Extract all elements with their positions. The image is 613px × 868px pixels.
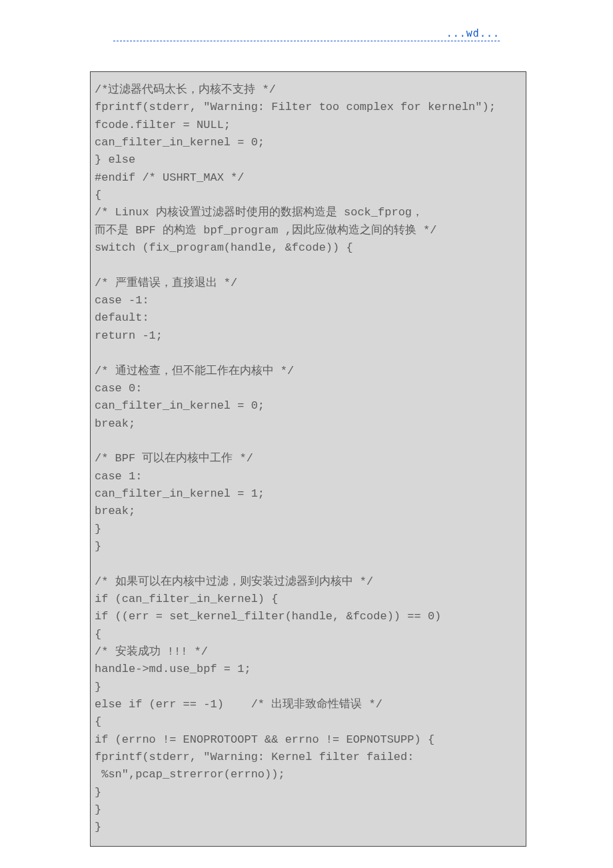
code-line xyxy=(95,257,522,274)
code-line: else if (err == -1) /* 出现非致命性错误 */ xyxy=(95,696,522,713)
code-line: %sn",pcap_strerror(errno)); xyxy=(95,766,522,783)
code-line: } xyxy=(95,784,522,801)
code-line: } else xyxy=(95,151,522,169)
code-line: break; xyxy=(95,503,522,520)
code-line: fcode.filter = NULL; xyxy=(95,117,522,134)
code-block: /*过滤器代码太长，内核不支持 */fprintf(stderr, "Warni… xyxy=(90,71,526,847)
code-line: 而不是 BPF 的构造 bpf_program ,因此应做构造之间的转换 */ xyxy=(95,222,522,239)
code-line: } xyxy=(95,679,522,696)
code-line: } xyxy=(95,538,522,555)
code-content: /*过滤器代码太长，内核不支持 */fprintf(stderr, "Warni… xyxy=(95,81,522,837)
code-line: case 1: xyxy=(95,468,522,485)
code-line: } xyxy=(95,819,522,836)
code-line: { xyxy=(95,713,522,731)
code-line: case -1: xyxy=(95,292,522,309)
code-line: /* 通过检查，但不能工作在内核中 */ xyxy=(95,363,522,380)
code-line: can_filter_in_kernel = 0; xyxy=(95,134,522,151)
code-line: handle->md.use_bpf = 1; xyxy=(95,661,522,678)
code-line: /* 安装成功 !!! */ xyxy=(95,643,522,661)
code-line: if (can_filter_in_kernel) { xyxy=(95,591,522,608)
header-link-text: ...wd... xyxy=(446,27,500,39)
code-line: default: xyxy=(95,309,522,327)
code-line: } xyxy=(95,801,522,819)
code-line: can_filter_in_kernel = 1; xyxy=(95,485,522,503)
code-line: /* 严重错误，直接退出 */ xyxy=(95,275,522,292)
code-line: fprintf(stderr, "Warning: Kernel filter … xyxy=(95,749,522,766)
code-line: } xyxy=(95,521,522,538)
code-line: case 0: xyxy=(95,380,522,397)
code-line: if ((err = set_kernel_filter(handle, &fc… xyxy=(95,608,522,625)
code-line: { xyxy=(95,187,522,204)
code-line: /*过滤器代码太长，内核不支持 */ xyxy=(95,81,522,99)
code-line: can_filter_in_kernel = 0; xyxy=(95,397,522,415)
code-line: { xyxy=(95,626,522,643)
code-line: #endif /* USHRT_MAX */ xyxy=(95,169,522,187)
code-line xyxy=(95,555,522,573)
code-line: switch (fix_program(handle, &fcode)) { xyxy=(95,239,522,257)
header-divider xyxy=(113,41,500,41)
code-line: if (errno != ENOPROTOOPT && errno != EOP… xyxy=(95,731,522,749)
page-header: ...wd... xyxy=(0,0,613,48)
code-line xyxy=(95,345,522,362)
code-line: /* BPF 可以在内核中工作 */ xyxy=(95,450,522,467)
code-line: /* 如果可以在内核中过滤，则安装过滤器到内核中 */ xyxy=(95,573,522,591)
code-line xyxy=(95,433,522,450)
code-line: /* Linux 内核设置过滤器时使用的数据构造是 sock_fprog， xyxy=(95,204,522,221)
code-line: fprintf(stderr, "Warning: Filter too com… xyxy=(95,99,522,116)
code-line: break; xyxy=(95,415,522,433)
code-line: return -1; xyxy=(95,327,522,345)
